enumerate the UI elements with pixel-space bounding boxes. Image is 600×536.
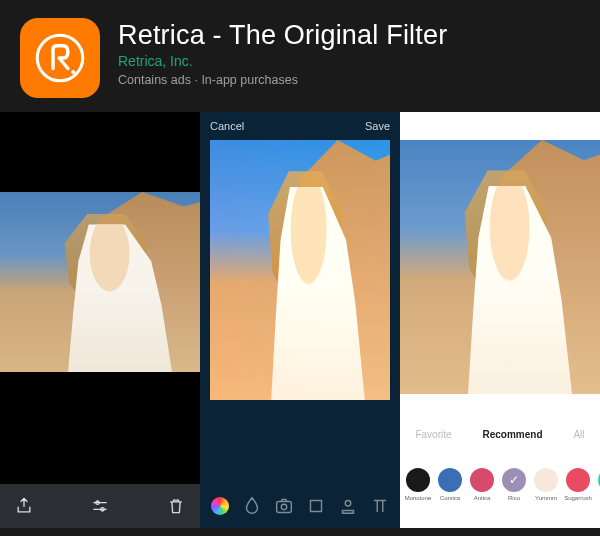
filter-yummm[interactable]: Yummm [532, 468, 560, 501]
filter-strip[interactable]: MonotoneCorsicaAnticaRicoYummmSugarrushA… [400, 448, 600, 528]
filter-swatch [406, 468, 430, 492]
filter-panel: Favorite Recommend All MonotoneCorsicaAn… [400, 420, 600, 528]
filter-monotone[interactable]: Monotone [404, 468, 432, 501]
screenshot-1[interactable] [0, 112, 200, 528]
filter-label: Yummm [535, 495, 557, 501]
filter-antica[interactable]: Antica [468, 468, 496, 501]
edit-top-bar: Cancel Save [200, 112, 400, 140]
adjust-icon[interactable] [90, 496, 110, 516]
developer-name[interactable]: Retrica, Inc. [118, 53, 447, 69]
svg-rect-4 [277, 501, 292, 512]
filter-swatch [470, 468, 494, 492]
trash-icon[interactable] [166, 496, 186, 516]
svg-point-5 [281, 504, 287, 510]
stamp-icon[interactable] [337, 495, 359, 517]
filter-corsica[interactable]: Corsica [436, 468, 464, 501]
retrica-logo-icon [32, 30, 88, 86]
filter-aqua[interactable]: Aqua [596, 468, 600, 501]
filter-swatch [566, 468, 590, 492]
app-title: Retrica - The Original Filter [118, 20, 447, 51]
crop-icon[interactable] [305, 495, 327, 517]
tab-recommend[interactable]: Recommend [482, 429, 542, 440]
filter-swatch [534, 468, 558, 492]
svg-point-7 [345, 501, 351, 507]
filter-swatch [438, 468, 462, 492]
filter-label: Sugarrush [564, 495, 592, 501]
title-block: Retrica - The Original Filter Retrica, I… [118, 18, 447, 87]
cancel-button[interactable]: Cancel [210, 120, 244, 132]
filter-label: Monotone [405, 495, 432, 501]
tab-all[interactable]: All [573, 429, 584, 440]
screenshot-2[interactable]: Cancel Save [200, 112, 400, 528]
app-header: Retrica - The Original Filter Retrica, I… [0, 0, 600, 112]
text-icon[interactable] [369, 495, 391, 517]
bottom-toolbar [0, 484, 200, 528]
filter-sugarrush[interactable]: Sugarrush [564, 468, 592, 501]
edit-tools [200, 484, 400, 528]
svg-point-1 [71, 70, 75, 74]
share-icon[interactable] [14, 496, 34, 516]
filter-label: Antica [474, 495, 491, 501]
save-button[interactable]: Save [365, 120, 390, 132]
filter-swatch [502, 468, 526, 492]
filter-tabs: Favorite Recommend All [400, 420, 600, 448]
photo-preview-filtered [210, 140, 390, 400]
filter-rico[interactable]: Rico [500, 468, 528, 501]
screenshot-row: Cancel Save Favorite Recommend All Monot… [0, 112, 600, 528]
app-meta: Contains ads · In-app purchases [118, 73, 447, 87]
photo-preview-clean [400, 140, 600, 394]
svg-rect-6 [311, 501, 322, 512]
filter-label: Corsica [440, 495, 460, 501]
screenshot-3[interactable]: Favorite Recommend All MonotoneCorsicaAn… [400, 112, 600, 528]
app-icon[interactable] [20, 18, 100, 98]
blur-icon[interactable] [241, 495, 263, 517]
tab-favorite[interactable]: Favorite [415, 429, 451, 440]
filter-label: Rico [508, 495, 520, 501]
palette-icon[interactable] [209, 495, 231, 517]
camera-icon[interactable] [273, 495, 295, 517]
photo-preview [0, 192, 200, 372]
